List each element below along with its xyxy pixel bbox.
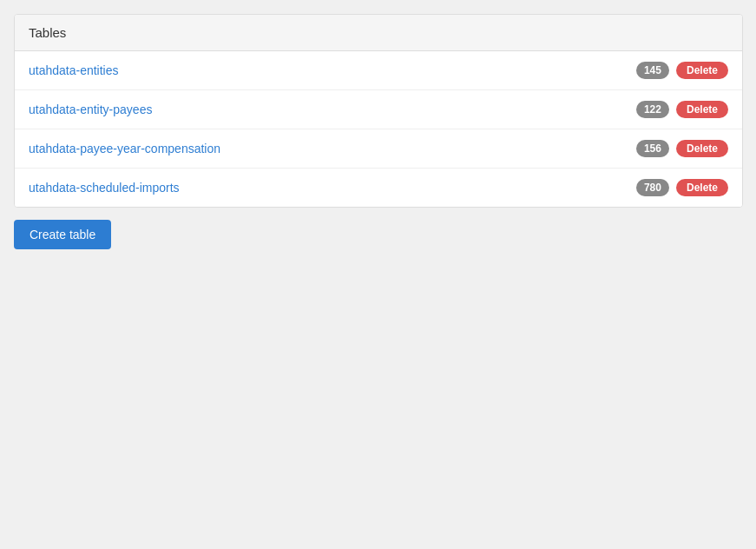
row-right: 122Delete [636, 101, 728, 118]
tables-list: utahdata-entities145Deleteutahdata-entit… [15, 51, 742, 207]
row-right: 156Delete [636, 140, 728, 157]
count-badge: 145 [636, 62, 669, 79]
table-row: utahdata-entity-payees122Delete [15, 90, 742, 129]
row-right: 780Delete [636, 179, 728, 196]
table-row: utahdata-scheduled-imports780Delete [15, 169, 742, 207]
delete-button[interactable]: Delete [676, 140, 728, 157]
table-name-link[interactable]: utahdata-scheduled-imports [29, 181, 180, 195]
table-name-link[interactable]: utahdata-entities [29, 63, 119, 77]
delete-button[interactable]: Delete [676, 101, 728, 118]
page-container: Tables utahdata-entities145Deleteutahdat… [0, 0, 756, 549]
panel-title: Tables [29, 25, 66, 40]
table-row: utahdata-entities145Delete [15, 51, 742, 90]
delete-button[interactable]: Delete [676, 62, 728, 79]
delete-button[interactable]: Delete [676, 179, 728, 196]
table-name-link[interactable]: utahdata-payee-year-compensation [29, 142, 220, 155]
count-badge: 780 [636, 179, 669, 196]
count-badge: 156 [636, 140, 669, 157]
tables-panel: Tables utahdata-entities145Deleteutahdat… [14, 14, 743, 208]
count-badge: 122 [636, 101, 669, 118]
row-right: 145Delete [636, 62, 728, 79]
table-name-link[interactable]: utahdata-entity-payees [29, 103, 152, 116]
panel-header: Tables [15, 15, 742, 51]
create-table-button[interactable]: Create table [14, 220, 111, 249]
table-row: utahdata-payee-year-compensation156Delet… [15, 129, 742, 169]
